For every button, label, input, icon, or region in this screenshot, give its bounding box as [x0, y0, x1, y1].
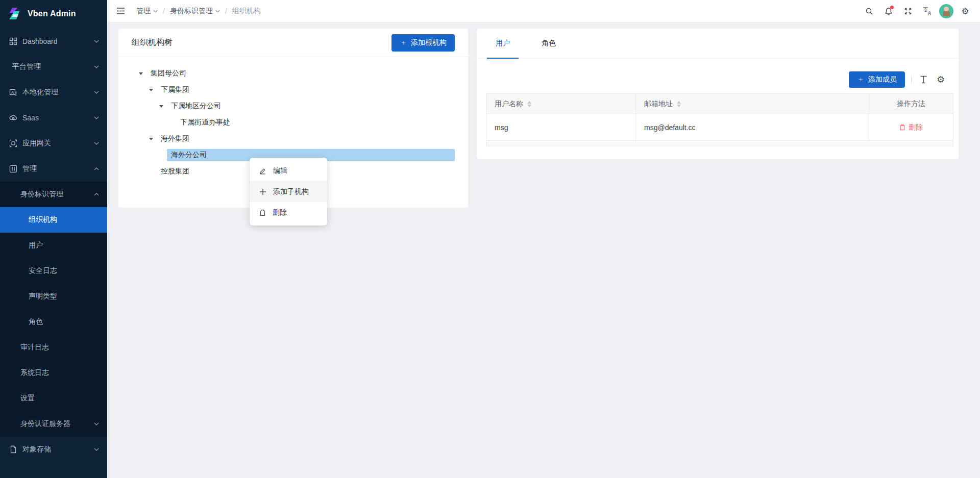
sidebar-item-label: 组织机构 [29, 215, 57, 224]
tree-node-label[interactable]: 控股集团 [157, 165, 193, 178]
sidebar-item-label: 声明类型 [29, 292, 57, 301]
table-settings-gear-icon[interactable]: ⚙ [935, 74, 946, 85]
members-table: 用户名称 邮箱地址 操作方法 msg msg@default.cc [486, 93, 953, 141]
tree-node-overseas-group[interactable]: 海外集团 [118, 131, 468, 147]
sidebar-item-admin[interactable]: 管理 [0, 156, 107, 182]
caret-down-icon[interactable] [156, 100, 167, 112]
toolbar-divider [911, 76, 912, 84]
breadcrumb-label: 管理 [136, 7, 151, 16]
chevron-up-icon [94, 193, 99, 196]
breadcrumb-item-organizations: 组织机构 [232, 7, 261, 16]
tree-node-group-parent[interactable]: 集团母公司 [118, 65, 468, 82]
context-menu-label: 删除 [273, 208, 287, 217]
column-header-username[interactable]: 用户名称 [486, 94, 636, 114]
avatar-figure [944, 7, 949, 11]
sidebar-item-label: 用户 [29, 241, 43, 250]
detail-tabs: 用户 角色 [477, 29, 959, 59]
context-menu-add-child-org[interactable]: 添加子机构 [250, 181, 327, 202]
sidebar-item-settings[interactable]: 设置 [0, 386, 107, 411]
localization-icon: A [9, 88, 17, 96]
row-height-icon[interactable] [918, 74, 929, 85]
sidebar-item-system-logs[interactable]: 系统日志 [0, 360, 107, 386]
sidebar-item-localization[interactable]: A 本地化管理 [0, 80, 107, 105]
chevron-down-icon [94, 91, 99, 94]
add-member-label: 添加成员 [868, 75, 897, 84]
column-label: 邮箱地址 [644, 99, 673, 109]
user-avatar[interactable] [939, 4, 953, 18]
sidebar-item-identity-server[interactable]: 身份认证服务器 [0, 411, 107, 437]
saas-icon [9, 114, 17, 122]
fullscreen-icon[interactable] [900, 4, 916, 19]
svg-text:A: A [11, 90, 14, 95]
sidebar-item-organizations[interactable]: 组织机构 [0, 207, 107, 233]
sidebar-item-app-gateway[interactable]: 应用网关 [0, 131, 107, 156]
sidebar-item-audit-logs[interactable]: 审计日志 [0, 335, 107, 360]
caret-placeholder [156, 149, 167, 161]
context-menu-edit[interactable]: 编辑 [250, 160, 327, 181]
tab-roles[interactable]: 角色 [533, 29, 565, 58]
sidebar-item-label: 系统日志 [20, 368, 49, 378]
tree-node-regional-branch[interactable]: 下属地区分公司 [118, 98, 468, 114]
chevron-down-icon [215, 10, 220, 13]
sidebar-item-object-storage[interactable]: 对象存储 [0, 437, 107, 462]
add-root-org-label: 添加根机构 [411, 38, 447, 47]
tree-node-street-office[interactable]: 下属街道办事处 [118, 114, 468, 131]
sidebar: Vben Admin Dashboard 平台管理 A 本地化管理 Saas [0, 0, 107, 478]
cell-actions: 删除 [869, 114, 953, 141]
sidebar-item-dashboard[interactable]: Dashboard [0, 29, 107, 54]
sidebar-item-roles[interactable]: 角色 [0, 309, 107, 335]
caret-placeholder [165, 117, 176, 128]
tree-node-label[interactable]: 海外集团 [157, 133, 193, 145]
tree-node-label[interactable]: 下属地区分公司 [167, 100, 225, 112]
tree-node-context-menu: 编辑 添加子机构 删除 [250, 158, 327, 225]
sidebar-item-platform-management[interactable]: 平台管理 [0, 54, 107, 80]
vben-logo-icon [7, 6, 22, 21]
trash-icon [259, 209, 266, 216]
sidebar-collapse-icon[interactable] [116, 7, 125, 15]
breadcrumb-item-identity-management[interactable]: 身份标识管理 [170, 7, 220, 16]
email-value: msg@default.cc [644, 123, 696, 132]
caret-down-icon[interactable] [145, 84, 157, 95]
trash-icon [899, 124, 905, 131]
sidebar-item-saas[interactable]: Saas [0, 105, 107, 131]
sidebar-item-label: 管理 [22, 164, 37, 173]
tree-node-label[interactable]: 下属街道办事处 [176, 116, 234, 129]
tab-users[interactable]: 用户 [487, 29, 519, 58]
sort-icon[interactable] [527, 101, 531, 107]
tree-node-sub-group[interactable]: 下属集团 [118, 82, 468, 98]
add-member-button[interactable]: ＋ 添加成员 [849, 71, 905, 88]
sidebar-item-label: 对象存储 [22, 445, 51, 454]
notifications-bell-icon[interactable] [881, 4, 896, 19]
sort-icon[interactable] [677, 101, 681, 107]
add-root-org-button[interactable]: ＋ 添加根机构 [391, 34, 455, 52]
chevron-down-icon [94, 40, 99, 43]
object-storage-icon [9, 445, 17, 454]
search-icon[interactable] [862, 4, 877, 19]
sidebar-item-users[interactable]: 用户 [0, 233, 107, 258]
settings-gear-icon[interactable]: ⚙ [958, 4, 973, 19]
caret-down-icon[interactable] [135, 68, 146, 79]
tree-node-label[interactable]: 下属集团 [157, 84, 193, 96]
tree-node-label[interactable]: 集团母公司 [146, 67, 190, 80]
sidebar-item-security-logs[interactable]: 安全日志 [0, 258, 107, 284]
app-logo[interactable]: Vben Admin [0, 0, 107, 28]
sidebar-item-label: Dashboard [22, 37, 58, 45]
table-row[interactable]: msg msg@default.cc 删除 [486, 114, 953, 141]
org-detail-panel: 用户 角色 ＋ 添加成员 ⚙ 用户名称 邮箱地址 操作方法 [477, 29, 959, 159]
sidebar-item-claim-types[interactable]: 声明类型 [0, 284, 107, 309]
delete-member-button[interactable]: 删除 [899, 123, 923, 132]
sidebar-item-label: 角色 [29, 317, 43, 326]
language-translate-icon[interactable]: 文A [920, 4, 935, 19]
context-menu-delete[interactable]: 删除 [250, 202, 327, 223]
sidebar-item-identity-management[interactable]: 身份标识管理 [0, 182, 107, 207]
sidebar-item-label: 审计日志 [20, 343, 49, 352]
chevron-down-icon [94, 448, 99, 451]
chevron-down-icon [94, 116, 99, 119]
delete-label: 删除 [909, 123, 923, 132]
column-header-email[interactable]: 邮箱地址 [636, 94, 869, 114]
caret-down-icon[interactable] [145, 133, 157, 144]
breadcrumb-item-admin[interactable]: 管理 [136, 7, 158, 16]
svg-text:文: 文 [923, 8, 928, 13]
header-actions: 文A ⚙ [862, 0, 973, 22]
column-header-actions: 操作方法 [869, 94, 953, 114]
